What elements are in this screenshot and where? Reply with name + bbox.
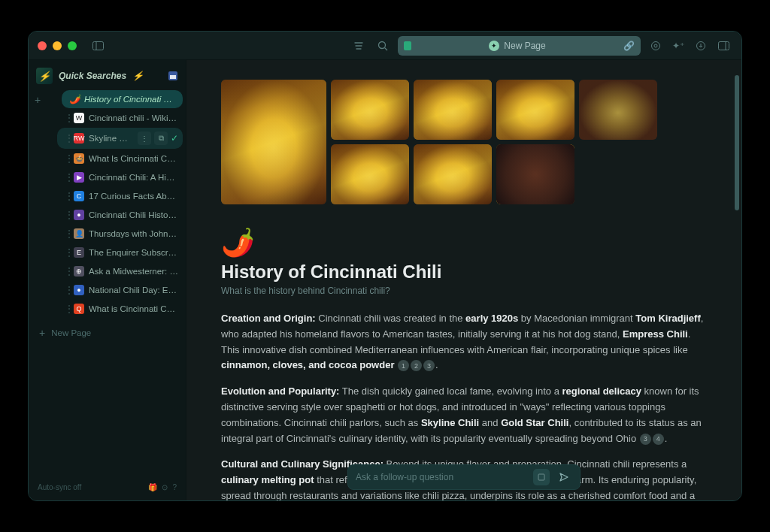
followup-input[interactable]: [356, 472, 527, 482]
add-sibling-button[interactable]: +: [32, 94, 44, 106]
sidebar-item[interactable]: ⋮RWSkyline Chili...⋮⧉✓: [57, 128, 183, 149]
image-result[interactable]: [414, 144, 492, 204]
bolt-badge-icon: ⚡: [36, 68, 53, 84]
page-type-icon: [404, 41, 411, 50]
gift-icon[interactable]: 🎁: [148, 483, 157, 491]
search-icon[interactable]: [374, 37, 392, 55]
quick-searches-header[interactable]: ⚡ Quick Searches ⚡: [32, 65, 183, 87]
bolt-icon: ⚡: [132, 71, 144, 81]
favicon: ⊕: [74, 266, 84, 277]
svg-point-5: [654, 44, 657, 47]
image-results-grid: [221, 80, 707, 204]
svg-point-4: [652, 41, 660, 50]
favicon: E: [74, 247, 84, 258]
favicon: 👤: [74, 228, 84, 239]
app-window: ✦ New Page 🔗 ✦⁺ ⚡ Quick Searches ⚡: [28, 31, 742, 501]
sidebar-item-label: The Enquirer Subscriptio...: [89, 248, 178, 257]
paragraph-evolution-popularity: Evolution and Popularity: The dish quick…: [221, 384, 707, 446]
sidebar-item[interactable]: ⋮EThe Enquirer Subscriptio...: [57, 243, 183, 261]
sidebar-item-label: History of Cincinnati Chili: [84, 95, 178, 104]
sidebar-item-history-of-cincinnati-chili[interactable]: 🌶️ History of Cincinnati Chili: [62, 90, 183, 108]
sidebar-item[interactable]: ⋮WCincinnati chili - Wikipedia: [57, 109, 183, 127]
titlebar-right-icons: ✦⁺: [647, 37, 732, 55]
address-bar[interactable]: ✦ New Page 🔗: [398, 36, 641, 56]
image-result[interactable]: [221, 80, 326, 204]
ai-assist-icon[interactable]: ✦⁺: [669, 37, 687, 55]
image-result[interactable]: [496, 80, 574, 140]
favicon: ●: [74, 210, 84, 220]
attach-button[interactable]: [533, 469, 550, 485]
image-result[interactable]: [331, 144, 409, 204]
svg-rect-0: [92, 41, 103, 50]
sidebar-item-label: Skyline Chili...: [89, 134, 133, 143]
followup-bar: [347, 464, 581, 490]
sidebar-item-label: Thursdays with Johnny a...: [89, 229, 178, 238]
svg-rect-7: [718, 41, 729, 50]
sidebar-item[interactable]: ⋮⊕Ask a Midwesterner: Cin...: [57, 262, 183, 280]
tree-handle-icon: ⋮: [65, 172, 69, 183]
citation-badge[interactable]: 3: [640, 434, 651, 445]
help-icon[interactable]: ?: [172, 483, 177, 491]
citation-badge[interactable]: 1: [398, 360, 409, 371]
sidebar-item[interactable]: ⋮👤Thursdays with Johnny a...: [57, 225, 183, 243]
tree-handle-icon: ⋮: [65, 228, 69, 239]
favicon: ●: [74, 285, 84, 295]
new-page-button[interactable]: + New Page: [32, 322, 183, 343]
sidebar-item[interactable]: ⋮●Cincinnati Chili History a...: [57, 206, 183, 224]
scrollbar-thumb[interactable]: [735, 75, 739, 210]
address-label: New Page: [504, 41, 545, 51]
favicon: W: [74, 113, 84, 123]
image-result[interactable]: [496, 144, 574, 204]
main-scroll[interactable]: 🌶️ History of Cincinnati Chili What is t…: [186, 60, 741, 500]
sidebar-footer: Auto-sync off 🎁 ⊙ ?: [32, 479, 183, 496]
history-icon[interactable]: [350, 37, 368, 55]
svg-rect-10: [170, 75, 176, 79]
citation-badge[interactable]: 2: [411, 360, 422, 371]
settings-gear-icon[interactable]: [647, 37, 665, 55]
sidebar-item[interactable]: ⋮🍲What Is Cincinnati Chili?: [57, 150, 183, 168]
tree-handle-icon: ⋮: [65, 304, 69, 314]
svg-line-3: [385, 47, 388, 50]
citation-badge[interactable]: 3: [423, 360, 435, 371]
citation-badge[interactable]: 4: [653, 434, 664, 445]
minimize-window-button[interactable]: [53, 41, 62, 50]
titlebar: ✦ New Page 🔗 ✦⁺: [29, 32, 741, 60]
favicon: Q: [74, 304, 84, 314]
image-result-empty[interactable]: [579, 80, 657, 140]
link-icon[interactable]: 🔗: [623, 41, 635, 51]
paragraph-creation-origin: Creation and Origin: Cincinnati chili wa…: [221, 311, 707, 373]
maximize-window-button[interactable]: [68, 41, 77, 50]
article-subtitle: What is the history behind Cincinnati ch…: [221, 286, 707, 296]
more-actions-button[interactable]: ⋮: [138, 131, 151, 145]
tree-handle-icon: ⋮: [65, 191, 69, 201]
sidebar: ⚡ Quick Searches ⚡ + 🌶️ History of Cinci…: [29, 60, 186, 500]
main-content: 🌶️ History of Cincinnati Chili What is t…: [186, 60, 741, 500]
sidebar-item[interactable]: ⋮●National Chili Day: Every...: [57, 281, 183, 299]
panel-right-icon[interactable]: [714, 37, 732, 55]
sidebar-item[interactable]: ⋮C17 Curious Facts About...: [57, 187, 183, 205]
tree-handle-icon: ⋮: [65, 133, 69, 144]
check-icon: ✓: [171, 133, 178, 144]
tree-handle-icon: ⋮: [65, 266, 69, 277]
image-result[interactable]: [414, 80, 492, 140]
image-result[interactable]: [331, 80, 409, 140]
sidebar-item-label: National Chili Day: Every...: [89, 286, 178, 295]
traffic-lights: [38, 41, 77, 50]
sidebar-item-label: Cincinnati Chili: A Histor...: [89, 173, 178, 182]
sidebar-toggle-icon[interactable]: [89, 37, 107, 55]
download-icon[interactable]: [692, 37, 710, 55]
open-external-button[interactable]: ⧉: [154, 131, 168, 145]
sidebar-item[interactable]: ⋮QWhat is Cincinnati Chili e...: [57, 300, 183, 318]
sidebar-item[interactable]: ⋮▶Cincinnati Chili: A Histor...: [57, 168, 183, 186]
sidebar-tree: + 🌶️ History of Cincinnati Chili ⋮WCinci…: [32, 90, 183, 479]
headset-icon[interactable]: ⊙: [162, 483, 168, 491]
autosync-label: Auto-sync off: [38, 483, 81, 491]
sidebar-item-label: Cincinnati chili - Wikipedia: [89, 113, 178, 122]
workspace-icon[interactable]: [168, 71, 178, 81]
tree-handle-icon: ⋮: [65, 153, 69, 164]
scrollbar[interactable]: [735, 75, 739, 455]
close-window-button[interactable]: [38, 41, 47, 50]
sidebar-item-label: What is Cincinnati Chili e...: [89, 304, 178, 313]
plus-icon: +: [39, 327, 45, 339]
send-button[interactable]: [556, 469, 572, 485]
